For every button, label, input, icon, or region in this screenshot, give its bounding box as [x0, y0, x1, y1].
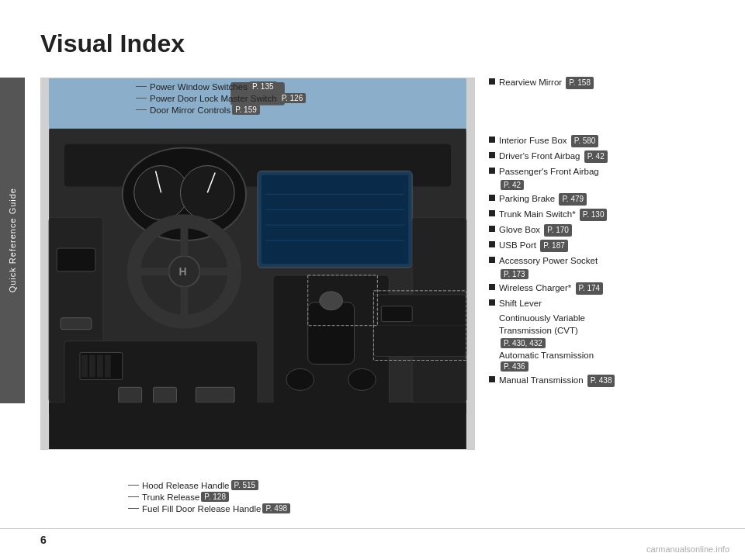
annotation-fuel-fill: Fuel Fill Door Release Handle P. 498 [128, 503, 290, 513]
watermark: carmanualsonline.info [646, 544, 729, 554]
ref-auto-trans: P. 436 [501, 361, 528, 372]
annotation-auto-trans-ref: P. 436 [499, 361, 733, 372]
annotation-trunk-release: Trunk Release P. 128 [128, 492, 290, 502]
ref-manual-trans: P. 438 [587, 375, 615, 387]
annotation-power-window: Power Window Switches P. 135 [136, 81, 306, 92]
annotation-passenger-airbag-ref: P. 42 [499, 180, 733, 190]
annotation-trunk-switch: Trunk Main Switch* P. 130 [489, 208, 733, 221]
page-number: 6 [40, 534, 47, 546]
svg-rect-19 [262, 175, 408, 264]
annotation-drivers-airbag: Driver's Front Airbag P. 42 [489, 150, 733, 163]
sidebar: Quick Reference Guide [0, 78, 25, 403]
svg-rect-41 [196, 387, 234, 403]
annotation-cvt: Continuously Variable Transmission (CVT) [499, 312, 733, 337]
annotation-accessory-socket: Accessory Power Socket [489, 254, 733, 267]
sidebar-label: Quick Reference Guide [8, 188, 17, 292]
annotation-auto-trans: Automatic Transmission [499, 351, 733, 360]
svg-rect-45 [49, 403, 466, 449]
ref-hood-release: P. 515 [231, 480, 259, 490]
ref-fuse: P. 580 [571, 135, 599, 147]
svg-rect-40 [154, 387, 177, 403]
ref-rearview: P. 158 [566, 77, 594, 89]
svg-rect-25 [308, 302, 355, 365]
ref-passenger-airbag: P. 42 [501, 180, 524, 190]
ref-accessory: P. 173 [501, 269, 528, 279]
annotation-wireless-charger: Wireless Charger* P. 174 [489, 282, 733, 295]
page-title: Visual Index [40, 29, 185, 58]
ref-wireless-charger: P. 174 [576, 282, 604, 295]
svg-rect-35 [81, 355, 88, 378]
annotation-hood-release: Hood Release Handle P. 515 [128, 480, 290, 490]
svg-rect-44 [381, 306, 412, 322]
ref-fuel-fill: P. 498 [262, 503, 290, 513]
annotation-rearview: Rearview Mirror P. 158 [489, 76, 733, 89]
annotation-text: Power Door Lock Master Switch [150, 94, 277, 103]
annotation-manual-trans: Manual Transmission P. 438 [489, 374, 733, 387]
ref-drivers-airbag: P. 42 [584, 150, 608, 163]
svg-point-26 [320, 292, 343, 310]
page-ref-door-mirror: P. 159 [232, 105, 260, 115]
bottom-divider [0, 528, 745, 529]
annotation-glove-box: Glove Box P. 170 [489, 223, 733, 237]
svg-rect-38 [105, 355, 111, 378]
annotation-usb-port: USB Port P. 187 [489, 239, 733, 252]
bottom-annotations: Hood Release Handle P. 515 Trunk Release… [128, 480, 290, 515]
annotation-parking-brake: Parking Brake P. 479 [489, 192, 733, 206]
svg-rect-37 [97, 355, 103, 378]
right-annotations-panel: Rearview Mirror P. 158 Interior Fuse Box… [489, 76, 733, 389]
svg-rect-30 [57, 248, 95, 271]
svg-rect-31 [61, 318, 92, 330]
annotation-text: Power Window Switches [150, 82, 248, 92]
annotation-passenger-airbag: Passenger's Front Airbag [489, 165, 733, 178]
svg-point-27 [286, 368, 314, 390]
ref-trunk-release: P. 128 [201, 492, 229, 502]
svg-point-28 [348, 368, 376, 390]
page-ref-power-door: P. 126 [279, 93, 307, 103]
ref-cvt: P. 430, 432 [501, 338, 546, 348]
annotation-cvt-ref: P. 430, 432 [499, 338, 733, 348]
svg-rect-36 [89, 355, 95, 378]
annotation-accessory-socket-ref: P. 173 [499, 269, 733, 279]
annotation-shift-lever: Shift Lever [489, 297, 733, 309]
page-ref-power-window: P. 135 [249, 81, 277, 92]
ref-trunk-switch: P. 130 [580, 209, 608, 221]
annotation-power-door: Power Door Lock Master Switch P. 126 [136, 93, 306, 103]
ref-parking-brake: P. 479 [559, 193, 587, 206]
annotation-door-mirror: Door Mirror Controls P. 159 [136, 105, 306, 115]
annotation-text: Door Mirror Controls [150, 105, 230, 115]
ref-glove-box: P. 170 [544, 224, 572, 237]
top-left-annotations: Power Window Switches P. 135 Power Door … [136, 81, 306, 116]
svg-text:H: H [178, 265, 186, 278]
annotation-fuse-box: Interior Fuse Box P. 580 Driver's Front … [489, 134, 733, 387]
car-dashboard-image: H [40, 78, 475, 450]
ref-usb-port: P. 187 [540, 240, 568, 252]
svg-rect-39 [119, 387, 142, 403]
